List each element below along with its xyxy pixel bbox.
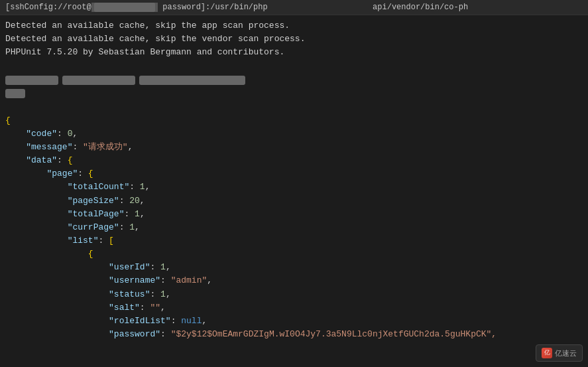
watermark: 亿 亿速云 [536,344,583,362]
json-list-open: "list": [ [5,234,583,248]
json-open: { [5,114,583,127]
blurred-row-2 [5,88,583,100]
json-salt: "salt": "", [5,301,583,315]
json-message: "message": "请求成功", [5,141,583,154]
top-bar-text: [sshConfig://root@ password]:/usr/bin/ph… [5,3,468,12]
json-userid: "userId": 1, [5,261,583,274]
output-line-3: PHPUnit 7.5.20 by Sebastian Bergmann and… [5,46,583,59]
json-password: "password": "$2y$12$OmEAmrGDZIgM.wI0O4Jy… [5,328,583,341]
json-data-open: "data": { [5,154,583,167]
output-line-2: Detected an available cache, skip the ve… [5,33,583,46]
json-username: "username": "admin", [5,274,583,287]
blank-line-2 [5,101,583,114]
terminal-window: [sshConfig://root@ password]:/usr/bin/ph… [0,0,588,367]
json-inner-open: { [5,248,583,261]
json-totalcount: "totalCount": 1, [5,181,583,194]
blurred-text-4 [5,89,25,98]
terminal-top-bar: [sshConfig://root@ password]:/usr/bin/ph… [0,0,588,15]
blurred-row-1 [5,74,583,86]
json-status: "status": 1, [5,288,583,301]
output-line-1: Detected an available cache, skip the ap… [5,19,583,33]
blurred-text-1 [5,76,58,85]
blurred-text-2 [62,76,135,85]
blurred-text-3 [139,76,245,85]
terminal-content: Detected an available cache, skip the ap… [0,15,588,345]
json-page-open: "page": { [5,167,583,181]
json-roleidlist: "roleIdList": null, [5,315,583,328]
json-totalpage: "totalPage": 1, [5,208,583,221]
json-currpage: "currPage": 1, [5,221,583,234]
watermark-label: 亿速云 [555,348,577,358]
watermark-icon: 亿 [542,348,552,358]
blank-line-1 [5,59,583,72]
json-pagesize: "pageSize": 20, [5,194,583,208]
json-code: "code": 0, [5,127,583,141]
